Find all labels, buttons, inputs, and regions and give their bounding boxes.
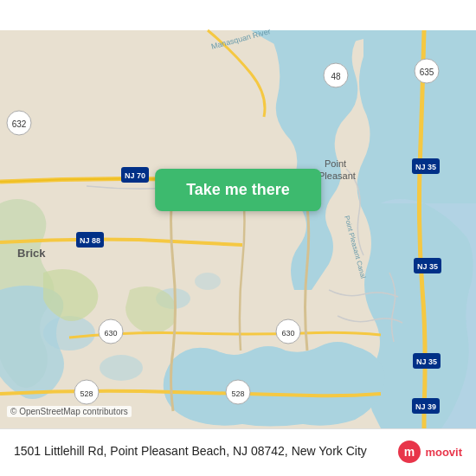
svg-text:630: 630 (281, 329, 294, 338)
svg-text:Point: Point (325, 158, 346, 169)
moovit-logo-icon: m (397, 440, 421, 464)
map-background: 48 635 632 NJ 70 NJ 88 NJ 35 NJ 35 NJ 35… (0, 0, 476, 476)
svg-text:NJ 88: NJ 88 (80, 236, 100, 245)
svg-text:NJ 35: NJ 35 (415, 163, 436, 171)
moovit-logo: m moovit (397, 440, 462, 464)
svg-text:NJ 35: NJ 35 (417, 262, 438, 271)
svg-text:48: 48 (331, 72, 341, 81)
location-card: 1501 Littlehill Rd, Point Pleasant Beach… (0, 428, 476, 476)
svg-text:Brick: Brick (17, 247, 46, 260)
svg-text:m: m (404, 445, 415, 459)
svg-text:632: 632 (12, 119, 27, 129)
svg-point-2 (100, 355, 143, 381)
take-me-there-button[interactable]: Take me there (155, 169, 321, 211)
svg-point-1 (43, 316, 95, 351)
svg-text:630: 630 (104, 329, 117, 338)
moovit-brand-label: moovit (425, 446, 462, 459)
address-text: 1501 Littlehill Rd, Point Pleasant Beach… (14, 443, 387, 460)
map-attribution: © OpenStreetMap contributors (7, 406, 132, 417)
svg-text:528: 528 (231, 389, 244, 398)
svg-text:NJ 70: NJ 70 (125, 171, 145, 180)
svg-text:Pleasant: Pleasant (318, 170, 356, 181)
svg-text:NJ 35: NJ 35 (416, 357, 437, 366)
svg-text:528: 528 (80, 389, 93, 398)
svg-text:635: 635 (420, 68, 434, 77)
map-container: 48 635 632 NJ 70 NJ 88 NJ 35 NJ 35 NJ 35… (0, 0, 476, 476)
svg-point-4 (195, 273, 221, 290)
svg-text:NJ 39: NJ 39 (415, 402, 436, 411)
